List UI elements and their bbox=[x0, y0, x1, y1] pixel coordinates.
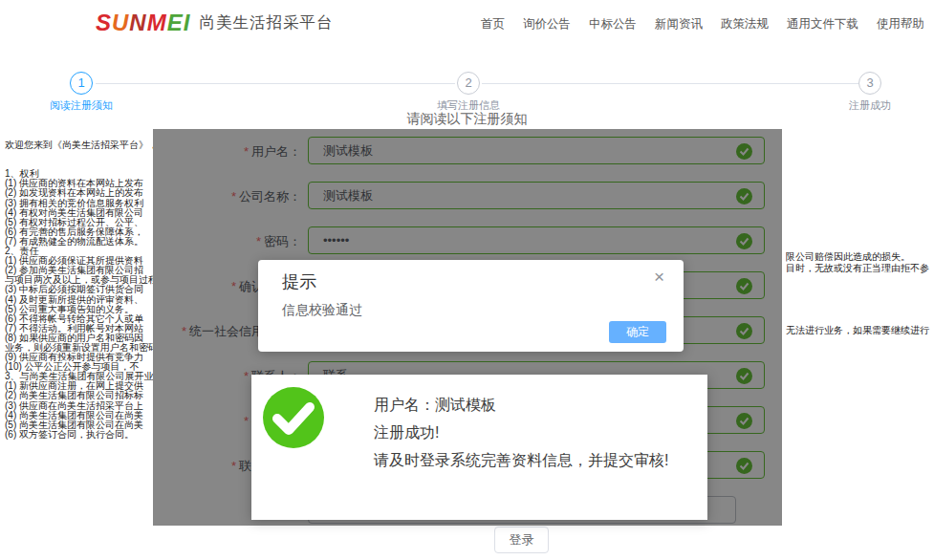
notice-line: (2) 如发现资料在本网站上的发布 bbox=[5, 188, 153, 198]
step-3-circle: 3 bbox=[858, 72, 881, 95]
notice-line: (5) 公司重大事项告知的义务。 bbox=[5, 305, 153, 314]
success-line-status: 注册成功! bbox=[374, 419, 668, 446]
notice-line: (6) 不得将帐号转给其它个人或单 bbox=[5, 314, 153, 324]
step-connector-2 bbox=[482, 83, 858, 84]
nav-item[interactable]: 政策法规 bbox=[721, 16, 769, 32]
notice-line: (1) 供应商必须保证其所提供资料 bbox=[5, 256, 153, 266]
notice-line: (1) 新供应商注册，在网上提交供 bbox=[5, 381, 153, 391]
nav-item[interactable]: 新闻资讯 bbox=[655, 16, 703, 32]
step-1-circle: 1 bbox=[70, 72, 93, 95]
notice-line: 1、权利 bbox=[5, 169, 153, 179]
notice-line: 欢迎您来到《尚美生活招采平台》， bbox=[5, 140, 153, 150]
success-dialog: 用户名：测试模板 注册成功! 请及时登录系统完善资料信息，并提交审核! bbox=[251, 375, 707, 520]
logo: SUNMEI 尚美生活招采平台 bbox=[96, 10, 333, 36]
message-dialog: 提示 × 信息校验通过 确定 bbox=[258, 260, 684, 352]
notice-line: 业务，则必须重新设置用户名和密码 bbox=[5, 343, 153, 353]
notice-line: (10) 公平公正公开参与项目，不 bbox=[5, 362, 153, 372]
notice-line: (4) 及时更新所提供的评审资料、 bbox=[5, 295, 153, 305]
notice-line: (3) 拥有相关的竞价信息服务权利 bbox=[5, 199, 153, 208]
dialog-message: 信息校验通过 bbox=[282, 302, 362, 319]
success-message: 用户名：测试模板 注册成功! 请及时登录系统完善资料信息，并提交审核! bbox=[374, 391, 668, 474]
success-line-hint: 请及时登录系统完善资料信息，并提交审核! bbox=[374, 446, 668, 474]
notice-line: (9) 供应商有投标时提供有竞争力 bbox=[5, 353, 153, 362]
notice-line: (2) 参加尚美生活集团有限公司招 bbox=[5, 266, 153, 275]
notice-line: (8) 如果供应商的用户名和密码因 bbox=[5, 334, 153, 343]
notice-line: (3) 供应商在尚美生活招采平台上 bbox=[5, 401, 153, 411]
confirm-button[interactable]: 确定 bbox=[609, 321, 666, 343]
platform-title: 尚美生活招采平台 bbox=[199, 12, 333, 33]
notice-line: (4) 尚美生活集团有限公司在尚美 bbox=[5, 411, 153, 420]
step-read-notice: 1 阅读注册须知 bbox=[24, 72, 139, 113]
close-icon[interactable]: × bbox=[654, 268, 664, 286]
nav-item[interactable]: 使用帮助 bbox=[877, 16, 924, 32]
notice-line: (2) 尚美生活集团有限公司招标标 bbox=[5, 391, 153, 400]
notice-line: (7) 不得活动。利用帐号对本网站 bbox=[5, 324, 153, 334]
notice-line: (5) 有权对招标过程公开、公平、 bbox=[5, 218, 153, 227]
notice-line: 与项目两次及以上，或参与项目过程 bbox=[5, 275, 153, 285]
notice-line: 2、责任 bbox=[5, 247, 153, 256]
step-success: 3 注册成功 bbox=[813, 72, 927, 113]
notice-line: (4) 有权对尚美生活集团有限公司 bbox=[5, 208, 153, 218]
notice-line: (6) 有完善的售后服务保障体系， bbox=[5, 227, 153, 237]
success-check-icon bbox=[263, 387, 324, 448]
notice-line bbox=[5, 150, 153, 160]
notice-text-right: 无法进行业务，如果需要继续进行 bbox=[786, 325, 934, 336]
notice-line bbox=[5, 160, 153, 169]
registration-page: SUNMEI 尚美生活招采平台 首页询价公告中标公告新闻资讯政策法规通用文件下载… bbox=[0, 0, 934, 560]
notice-line: 3、与尚美生活集团有限公司展开业 bbox=[5, 372, 153, 381]
step-2-circle: 2 bbox=[457, 72, 480, 95]
nav-item[interactable]: 询价公告 bbox=[523, 16, 571, 32]
notice-line: (7) 有成熟健全的物流配送体系。 bbox=[5, 237, 153, 247]
notice-line: (5) 尚美生活集团有限公司在尚美 bbox=[5, 420, 153, 430]
notice-text-left: 欢迎您来到《尚美生活招采平台》，1、权利(1) 供应商的资料在本网站上发布(2)… bbox=[5, 140, 153, 440]
header: SUNMEI 尚美生活招采平台 首页询价公告中标公告新闻资讯政策法规通用文件下载… bbox=[0, 0, 934, 46]
dialog-title: 提示 bbox=[282, 270, 316, 293]
notice-line: (1) 供应商的资料在本网站上发布 bbox=[5, 179, 153, 188]
nav-item[interactable]: 首页 bbox=[481, 16, 505, 32]
main-nav: 首页询价公告中标公告新闻资讯政策法规通用文件下载使用帮助 bbox=[481, 16, 924, 32]
login-button[interactable]: 登录 bbox=[494, 527, 549, 553]
step-connector-1 bbox=[96, 83, 455, 84]
notice-line: (3) 中标后必须按期签订供货合同 bbox=[5, 285, 153, 294]
notice-text-right: 限公司赔偿因此造成的损失。 bbox=[786, 251, 934, 263]
step-fill-info: 2 填写注册信息 bbox=[411, 72, 526, 113]
sunmei-logo: SUNMEI bbox=[96, 10, 190, 36]
notice-text-right: 目时，无故或没有正当理由拒不参 bbox=[786, 263, 934, 274]
notice-title: 请阅读以下注册须知 bbox=[0, 111, 934, 128]
success-line-username: 用户名：测试模板 bbox=[374, 391, 668, 419]
nav-item[interactable]: 通用文件下载 bbox=[787, 16, 858, 32]
notice-line: (6) 双方签订合同，执行合同。 bbox=[5, 430, 153, 440]
nav-item[interactable]: 中标公告 bbox=[589, 16, 637, 32]
